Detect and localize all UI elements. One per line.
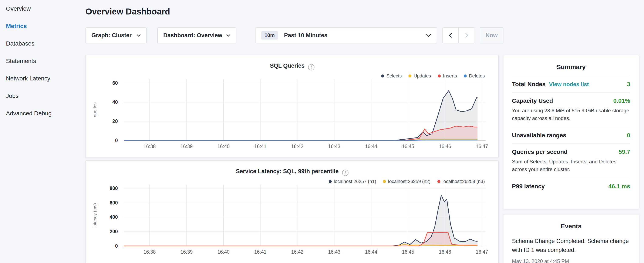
service-latency-panel: Service Latency: SQL, 99th percentilei l…: [86, 160, 499, 263]
svg-text:16:43: 16:43: [328, 144, 340, 149]
summary-row-unavailable-ranges: Unavailable ranges 0: [512, 127, 630, 143]
svg-text:16:45: 16:45: [402, 144, 414, 149]
svg-text:16:38: 16:38: [144, 249, 156, 255]
sidebar-item-network-latency[interactable]: Network Latency: [0, 70, 82, 87]
sidebar-item-jobs[interactable]: Jobs: [0, 87, 82, 105]
service-latency-chart[interactable]: 020040060080016:3816:3916:4016:4116:4216…: [86, 180, 499, 258]
time-step-buttons: [442, 27, 475, 43]
time-back-button[interactable]: [442, 27, 459, 43]
time-range-dropdown[interactable]: 10m Past 10 Minutes: [255, 27, 437, 43]
summary-label: Unavailable ranges: [512, 132, 566, 139]
toolbar: Graph: Cluster Dashboard: Overview 10m P…: [86, 27, 504, 43]
chart-title-text: Service Latency: SQL, 99th percentile: [236, 168, 338, 174]
svg-text:16:46: 16:46: [439, 144, 451, 149]
dashboard-dropdown[interactable]: Dashboard: Overview: [157, 27, 236, 43]
svg-text:400: 400: [110, 214, 118, 220]
summary-label: Queries per second: [512, 149, 568, 155]
summary-row-total-nodes: Total NodesView nodes list 3: [512, 76, 630, 92]
graph-scope-dropdown[interactable]: Graph: Cluster: [86, 27, 147, 43]
svg-text:16:47: 16:47: [476, 249, 488, 255]
svg-text:16:43: 16:43: [328, 249, 340, 255]
time-preset-badge: 10m: [261, 31, 278, 40]
chevron-right-icon: [465, 33, 468, 38]
chevron-down-icon: [426, 34, 431, 37]
time-forward-button[interactable]: [458, 27, 475, 43]
now-button[interactable]: Now: [480, 27, 504, 43]
svg-text:16:40: 16:40: [217, 249, 230, 255]
sidebar: Overview Metrics Databases Statements Ne…: [0, 0, 82, 122]
sql-queries-chart[interactable]: 020406016:3816:3916:4016:4116:4216:4316:…: [86, 74, 499, 153]
summary-label: Capacity Used: [512, 97, 553, 104]
svg-text:16:39: 16:39: [180, 249, 193, 255]
sidebar-item-overview[interactable]: Overview: [0, 0, 82, 18]
svg-text:800: 800: [110, 185, 118, 191]
summary-value: 3: [627, 81, 630, 88]
events-panel: Events Schema Change Completed: Schema c…: [503, 214, 639, 263]
summary-value: 46.1 ms: [608, 183, 630, 190]
sidebar-item-advanced-debug[interactable]: Advanced Debug: [0, 105, 82, 122]
svg-text:16:40: 16:40: [217, 144, 230, 149]
summary-label: P99 latency: [512, 183, 545, 190]
summary-value: 59.7: [619, 149, 630, 155]
event-text: Schema Change Completed: Schema change w…: [512, 237, 630, 254]
svg-text:16:41: 16:41: [254, 144, 266, 149]
info-icon[interactable]: i: [308, 64, 314, 70]
sidebar-item-metrics[interactable]: Metrics: [0, 18, 82, 35]
svg-text:60: 60: [112, 80, 118, 86]
svg-text:16:42: 16:42: [291, 144, 304, 149]
dashboard-label: Dashboard: Overview: [163, 32, 222, 39]
svg-text:20: 20: [112, 119, 118, 124]
graph-scope-label: Graph: Cluster: [92, 32, 132, 39]
svg-text:16:44: 16:44: [365, 249, 378, 255]
events-heading: Events: [512, 214, 630, 235]
sidebar-item-databases[interactable]: Databases: [0, 35, 82, 52]
chevron-down-icon: [226, 34, 230, 37]
svg-text:600: 600: [110, 200, 118, 205]
sql-queries-panel: SQL Queriesi SelectsUpdatesInsertsDelete…: [86, 55, 499, 158]
svg-text:200: 200: [110, 229, 118, 234]
summary-label: Total Nodes: [512, 81, 546, 87]
svg-text:16:39: 16:39: [180, 144, 193, 149]
chart-title-text: SQL Queries: [270, 63, 304, 69]
svg-text:0: 0: [115, 243, 118, 249]
sidebar-item-statements[interactable]: Statements: [0, 52, 82, 70]
svg-text:16:42: 16:42: [291, 249, 304, 255]
svg-text:16:41: 16:41: [254, 249, 266, 255]
svg-text:16:45: 16:45: [402, 249, 414, 255]
chevron-down-icon: [136, 34, 141, 37]
summary-subtext: You are using 28.6 MiB of 515.9 GiB usab…: [512, 107, 630, 122]
event-item: Schema Change Completed: Schema change w…: [512, 237, 630, 263]
summary-row-queries-per-second: Queries per second 59.7 Sum of Selects, …: [512, 143, 630, 178]
summary-row-capacity-used: Capacity Used 0.01% You are using 28.6 M…: [512, 92, 630, 127]
svg-text:16:47: 16:47: [476, 144, 488, 149]
svg-text:0: 0: [115, 138, 118, 143]
summary-row-p99-latency: P99 latency 46.1 ms: [512, 178, 630, 194]
summary-subtext: Sum of Selects, Updates, Inserts, and De…: [512, 158, 630, 173]
svg-text:16:44: 16:44: [365, 144, 378, 149]
page-title: Overview Dashboard: [86, 7, 170, 16]
chart-title: SQL Queriesi: [86, 63, 498, 70]
summary-panel: Summary Total NodesView nodes list 3 Cap…: [503, 55, 639, 209]
chart-title: Service Latency: SQL, 99th percentilei: [86, 168, 498, 176]
summary-value: 0: [627, 132, 630, 139]
view-nodes-link[interactable]: View nodes list: [549, 81, 589, 87]
summary-heading: Summary: [512, 55, 630, 76]
info-icon[interactable]: i: [342, 170, 348, 176]
svg-text:16:46: 16:46: [439, 249, 451, 255]
time-range-label: Past 10 Minutes: [284, 32, 328, 39]
svg-text:40: 40: [112, 99, 118, 105]
svg-text:16:38: 16:38: [144, 144, 156, 149]
summary-value: 0.01%: [614, 97, 630, 104]
chevron-left-icon: [449, 33, 452, 38]
event-timestamp: May 13, 2020 at 4:45 PM: [512, 258, 630, 263]
